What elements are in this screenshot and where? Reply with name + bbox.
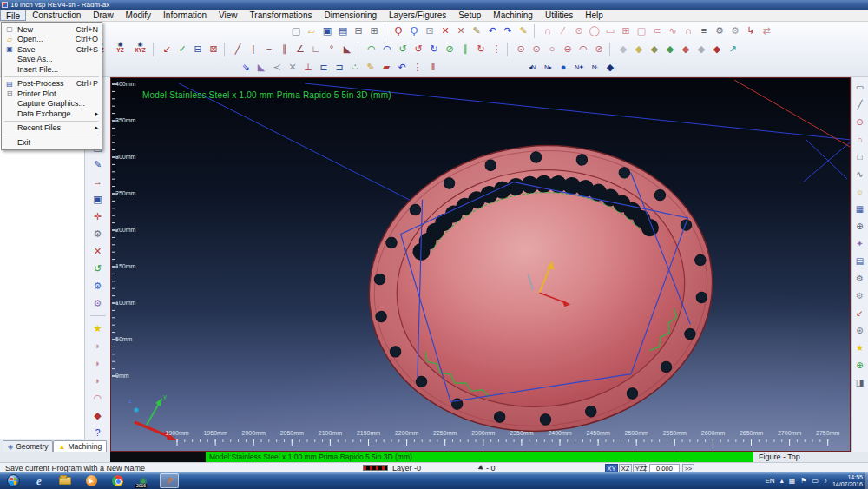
nav-star-icon[interactable]: N✦ [571,60,587,76]
menu-layers-figures[interactable]: Layers/Figures [383,10,452,21]
sheet-pink-2-icon[interactable]: ◗ [90,373,105,387]
corner-line-icon[interactable]: ∟ [308,42,324,57]
fillet-add-icon[interactable]: ◠ [364,42,379,57]
layer-label[interactable]: Layer -0 [392,464,421,472]
zoom-icon[interactable]: Ϙ [391,23,406,39]
taskbar-media-player[interactable]: ▶ [82,473,101,488]
pick-line-icon[interactable]: ╱ [852,98,867,112]
pick-cube-icon[interactable]: □ [852,150,867,164]
angle-circle-icon[interactable]: ◣ [339,42,355,57]
post-process-icon[interactable]: ▤ [335,23,351,39]
export-doc-icon[interactable]: ↳ [743,23,759,39]
gem-blank-icon[interactable]: ◆ [615,42,631,57]
file-menu-item-exit[interactable]: Exit [2,137,102,148]
points-delete-icon[interactable]: ⋮ [489,42,504,57]
grid-icon[interactable]: ▦ [789,477,796,485]
gear-small-icon[interactable]: ⚙ [727,23,743,39]
pick-bell-icon[interactable]: ∩ [852,133,867,147]
erase-icon[interactable]: ✎ [469,23,484,39]
more-planes-button[interactable]: >> [682,464,694,472]
pick-burst-icon[interactable]: ⊛ [852,324,867,338]
crayons-icon[interactable]: ≡ [696,23,712,39]
ellipse-icon[interactable]: ◯ [587,23,602,39]
copy-icon[interactable]: ⊞ [366,23,382,39]
nav-next-icon[interactable]: N▸ [540,60,556,76]
new-file-icon[interactable]: ▢ [288,23,304,39]
menu-draw[interactable]: Draw [87,10,119,21]
print-icon[interactable]: ⊟ [351,23,366,39]
gem-olive-icon[interactable]: ◆ [647,42,662,57]
save-icon[interactable]: ▣ [319,23,335,39]
dim-horiz-icon[interactable]: ‖ [425,60,441,76]
tab-machining[interactable]: ▲ Machining [53,440,107,452]
capture-view-icon[interactable]: ⊡ [422,23,437,39]
menu-view[interactable]: View [213,10,244,21]
nav-eye-icon[interactable]: ◆ [602,60,618,76]
pick-star-icon[interactable]: ★ [852,341,867,355]
clamp-bottom-icon[interactable]: ⊠ [206,42,221,57]
fillet-insert-icon[interactable]: ◠ [379,42,395,57]
chain-reverse-icon[interactable]: ↻ [426,42,442,57]
undo-arc-icon[interactable]: ↶ [394,60,410,76]
gear-query-icon[interactable]: ⚙ [90,296,105,310]
angle-line-icon[interactable]: ∠ [293,42,308,57]
file-menu-item-recent-files[interactable]: Recent Files▸ [2,123,102,134]
volume-icon[interactable]: ♪ [824,477,827,485]
file-menu-item-open[interactable]: ▱Open...Ctrl+O [2,35,102,45]
hidden-icons-button[interactable]: ▴ [780,477,784,485]
zoom-world-icon[interactable]: Ϙ [406,23,422,39]
op-list-edit-icon[interactable]: ✎ [90,157,105,171]
sheet-pink-1-icon[interactable]: ◗ [90,356,105,370]
gem-green-icon[interactable]: ◆ [662,42,678,57]
shrink-icon[interactable]: ✕ [453,23,469,39]
pick-light-icon[interactable]: ☼ [852,185,867,199]
line-pink-icon[interactable]: ⁄ [556,23,571,39]
rounded-rect-icon[interactable]: ▢ [634,23,649,39]
cancel-icon[interactable]: ✕ [90,244,105,258]
taskbar-file-explorer[interactable] [56,473,75,488]
pick-curve-icon[interactable]: ∿ [852,168,867,182]
pick-add-icon[interactable]: ⊕ [852,359,867,373]
circle-d-icon[interactable]: ⊖ [560,42,575,57]
entity-null-icon[interactable]: ⊘ [442,42,457,57]
file-menu-item-post-process[interactable]: ▤Post-ProcessCtrl+P [2,79,102,89]
language-indicator[interactable]: EN [766,477,775,485]
point-horiz-icon[interactable]: − [261,42,277,57]
bound-right-icon[interactable]: ⊐ [332,60,347,76]
menu-transformations[interactable]: Transformations [244,10,319,21]
snap-perp-icon[interactable]: ⊥ [300,60,316,76]
action-center-flag-icon[interactable]: ⚑ [800,477,806,485]
pick-sphere-icon[interactable]: ⊕ [852,220,867,234]
stretch-icon[interactable]: ✕ [437,23,453,39]
flip-direction-icon[interactable]: ⇄ [759,23,774,39]
file-menu-item-save[interactable]: ▣SaveCtrl+S [2,44,102,55]
point-vert-icon[interactable]: | [246,42,261,57]
nav-dot-icon[interactable]: N· [587,60,602,76]
op-list-run-icon[interactable]: → [90,175,105,188]
menu-modify[interactable]: Modify [120,10,157,21]
plane-select-icon[interactable]: ↙ [159,42,174,57]
viewport-canvas[interactable]: y z Model Stainless Steel x 1.00 mm Prim… [110,77,851,452]
loop-delete-icon[interactable]: ↺ [411,42,426,57]
settings-gear-icon[interactable]: ⚙ [90,227,105,241]
pick-gears-icon[interactable]: ⚙ [852,272,867,286]
taskbar-radan-active[interactable]: ⇗ [160,473,179,488]
menu-help[interactable]: Help [579,10,609,21]
sheet-grey-icon[interactable]: ◗ [90,339,105,353]
bell-icon[interactable]: ∩ [681,23,696,39]
pick-circle-icon[interactable]: ⊙ [852,116,867,129]
slot-icon[interactable]: ⊂ [649,23,665,39]
network-icon[interactable]: ▭ [812,477,819,485]
loop-modify-icon[interactable]: ↺ [395,42,411,57]
menu-machining[interactable]: Machining [487,10,539,21]
open-folder-icon[interactable]: ▱ [304,23,319,39]
gem-yellow-icon[interactable]: ◆ [631,42,647,57]
op-list-save-icon[interactable]: ▣ [90,192,105,206]
redo-icon[interactable]: ↷ [500,23,516,39]
gear-pair-icon[interactable]: ∴ [347,60,363,76]
pick-view3d-icon[interactable]: ▦ [852,202,867,216]
tab-geometry[interactable]: ◈ Geometry [3,440,53,452]
gear-icon[interactable]: ⚙ [712,23,727,39]
highlighter-icon[interactable]: ✎ [516,23,531,39]
globe-icon[interactable]: ● [556,60,571,76]
